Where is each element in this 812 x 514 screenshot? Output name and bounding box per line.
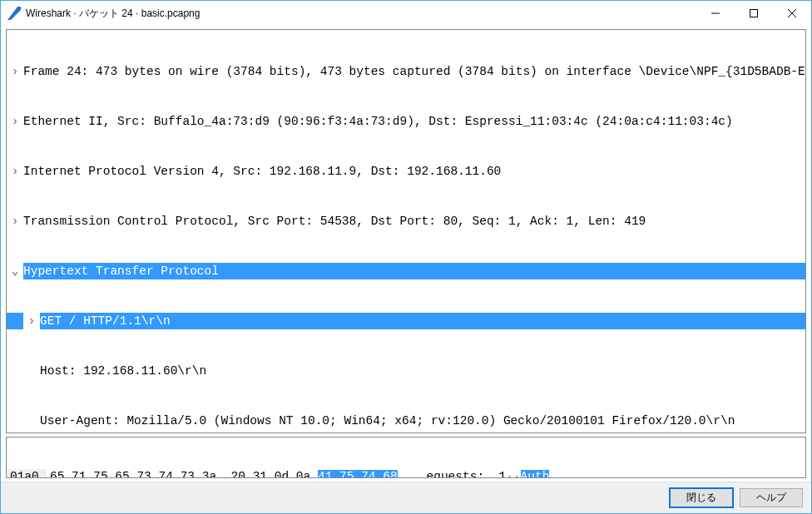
tree-row-ethernet[interactable]: ›Ethernet II, Src: Buffalo_4a:73:d9 (90:…: [7, 113, 805, 130]
window-title: Wireshark · パケット 24 · basic.pcapng: [26, 7, 696, 21]
tree-row-tcp[interactable]: ›Transmission Control Protocol, Src Port…: [7, 213, 805, 230]
help-button[interactable]: ヘルプ: [740, 488, 803, 507]
window-controls: [696, 1, 811, 26]
dialog-footer: 閉じる ヘルプ: [1, 482, 811, 513]
tree-row-host[interactable]: Host: 192.168.11.60\r\n: [7, 363, 805, 379]
packet-bytes-hex[interactable]: 01a0 65 71 75 65 73 74 73 3a 20 31 0d 0a…: [6, 437, 806, 478]
chevron-down-icon[interactable]: ⌄: [10, 263, 20, 279]
tree-row-http[interactable]: ⌄Hypertext Transfer Protocol: [7, 263, 805, 279]
chevron-right-icon[interactable]: ›: [10, 113, 20, 130]
maximize-button[interactable]: [735, 1, 773, 26]
tree-row-get[interactable]: ›GET / HTTP/1.1\r\n: [7, 313, 805, 329]
hex-row[interactable]: 01a0 65 71 75 65 73 74 73 3a 20 31 0d 0a…: [7, 469, 805, 478]
titlebar: Wireshark · パケット 24 · basic.pcapng: [1, 1, 811, 26]
chevron-right-icon[interactable]: ›: [10, 213, 20, 230]
chevron-right-icon[interactable]: ›: [10, 163, 20, 180]
tree-row-frame[interactable]: ›Frame 24: 473 bytes on wire (3784 bits)…: [7, 63, 805, 80]
chevron-right-icon[interactable]: ›: [10, 63, 20, 80]
wireshark-fin-icon: [7, 7, 21, 20]
hex-offset: 01a0: [7, 469, 47, 478]
wireshark-packet-window: Wireshark · パケット 24 · basic.pcapng ›Fram…: [0, 0, 812, 514]
tree-row-user-agent[interactable]: User-Agent: Mozilla/5.0 (Windows NT 10.0…: [7, 413, 805, 429]
tree-row-ip[interactable]: ›Internet Protocol Version 4, Src: 192.1…: [7, 163, 805, 180]
content-area: ›Frame 24: 473 bytes on wire (3784 bits)…: [1, 26, 811, 513]
svg-rect-2: [750, 10, 758, 17]
minimize-button[interactable]: [696, 1, 735, 26]
close-button[interactable]: [773, 1, 811, 26]
hex-bytes[interactable]: 65 71 75 65 73 74 73 3a 20 31 0d 0a 41 7…: [47, 469, 549, 478]
chevron-right-icon[interactable]: ›: [27, 313, 37, 329]
packet-details-tree[interactable]: ›Frame 24: 473 bytes on wire (3784 bits)…: [6, 29, 806, 433]
close-dialog-button[interactable]: 閉じる: [670, 488, 733, 507]
svg-marker-0: [7, 7, 21, 20]
